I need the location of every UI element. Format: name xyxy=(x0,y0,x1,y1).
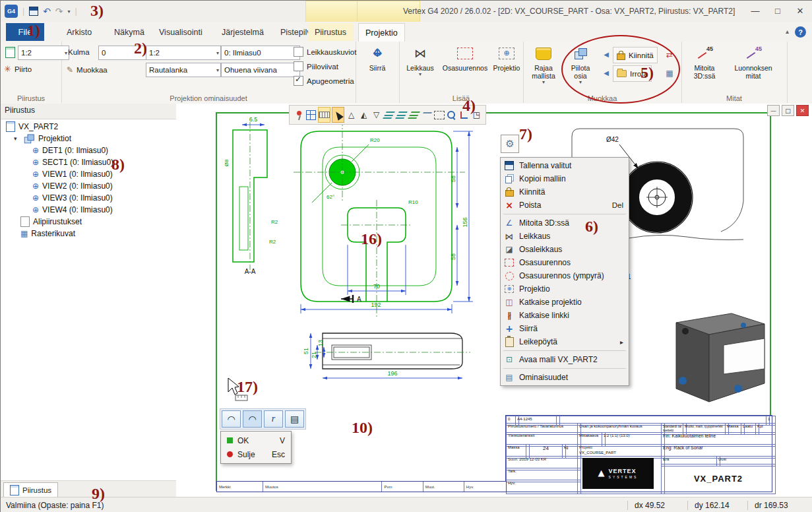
redo-icon[interactable]: ↷ xyxy=(55,7,63,16)
tree-item-sect1[interactable]: ⊕ SECT1 (0: Ilmiasu0) xyxy=(3,156,175,168)
menu-item-mitoita-3d[interactable]: ∠ Mitoita 3D:ssä xyxy=(501,216,629,230)
tree-item-view3[interactable]: ⊕ VIEW3 (0: Ilmiasu0) xyxy=(3,192,175,204)
projektio-button[interactable]: Projektio xyxy=(491,43,522,72)
menu-item-projektio[interactable]: Projektio xyxy=(501,282,629,296)
view-3d[interactable] xyxy=(676,313,765,402)
tree-item-projektiot[interactable]: ▾ Projektiot xyxy=(3,133,175,144)
tree-label: Rasterikuvat xyxy=(31,229,75,238)
dropdown-chevron-icon[interactable]: ▾ xyxy=(419,72,422,77)
esitystapa-combo[interactable]: Rautalanka xyxy=(146,63,221,77)
side-view[interactable]: 51 21 13 196 xyxy=(303,333,470,378)
tab-jarjestelma[interactable]: Järjestelmä xyxy=(215,23,270,41)
tab-visualisointi[interactable]: Visualisointi xyxy=(152,23,209,41)
tab-nakyma[interactable]: Näkymä xyxy=(108,23,151,41)
level-planes-icon[interactable] xyxy=(383,108,394,122)
ilmiasu-combo[interactable]: 0: Ilmiasu0 xyxy=(221,46,300,60)
tab-piirustus[interactable]: Piirustus xyxy=(308,23,353,41)
tab-arkisto[interactable]: Arkisto xyxy=(60,23,98,41)
leikkaus-button[interactable]: ⋈ Leikkaus ▾ xyxy=(402,43,439,77)
menu-item-ominaisuudet[interactable]: ▤ Ominaisuudet xyxy=(501,371,629,384)
menu-item-osasuurennos-ympyra[interactable]: Osasuurennos (ympyrä) xyxy=(501,269,629,282)
save-icon[interactable] xyxy=(29,7,38,16)
dim-21: 21 xyxy=(311,352,317,358)
filter-icon[interactable]: ▽ xyxy=(371,108,382,122)
menu-item-tallenna-valitut[interactable]: Tallenna valitut xyxy=(501,159,629,172)
marquee-select-icon[interactable] xyxy=(433,108,445,122)
mdi-restore-button[interactable]: □ xyxy=(782,105,794,116)
menu-item-katkaise-projektio[interactable]: ◫ Katkaise projektio xyxy=(501,296,629,309)
menu-item-kiinnita[interactable]: Kiinnitä xyxy=(501,185,629,199)
muokkaa-button[interactable]: ✎ Muokkaa xyxy=(67,65,108,75)
mdi-minimize-button[interactable]: — xyxy=(767,105,780,116)
projection-scale-combo[interactable]: 1:2 xyxy=(146,46,221,60)
menu-item-siirra[interactable]: + Siirrä xyxy=(501,322,629,335)
level-planes-green-icon[interactable] xyxy=(408,108,420,122)
annotation-5: 5) xyxy=(640,65,654,80)
section-view-a-a[interactable]: 6.5 Ø8 R2 R2 A-A xyxy=(224,116,278,275)
level-line-icon[interactable] xyxy=(421,108,432,122)
menu-item-kopioi-malliin[interactable]: Kopioi malliin xyxy=(501,172,629,185)
rajaa-mallista-button[interactable]: Rajaa mallista ▾ xyxy=(524,43,563,85)
maximize-button[interactable]: □ xyxy=(766,1,789,20)
piirto-button[interactable]: ✳ Piirto xyxy=(4,64,32,74)
measure-ruler-icon[interactable] xyxy=(318,107,330,123)
menu-item-katkaise-linkki[interactable]: ∦ Katkaise linkki xyxy=(501,309,629,322)
menu-item-poista[interactable]: × Poista Del xyxy=(501,199,629,212)
radius-tool-button[interactable]: r xyxy=(264,410,283,428)
tree-item-view1[interactable]: ⊕ VIEW1 (0: Ilmiasu0) xyxy=(3,168,175,180)
checkbox-apugeometria[interactable]: Apugeometria xyxy=(294,76,354,86)
zoom-icon[interactable] xyxy=(446,108,457,122)
checkbox-piiloviivat[interactable]: Piiloviivat xyxy=(294,61,338,71)
group-label: Projektion ominaisuudet xyxy=(61,94,356,102)
pan-view-icon[interactable] xyxy=(305,108,317,122)
ribbon-collapse-icon[interactable]: ▴ xyxy=(786,28,789,35)
pin-icon[interactable] xyxy=(293,108,304,122)
projection-icon: ⊕ xyxy=(32,158,39,167)
luonnoksen-mitat-button[interactable]: 45 Luonnoksen mitat xyxy=(729,43,778,80)
gear-icon[interactable]: ⚙ xyxy=(501,135,519,153)
tool-properties-icon[interactable]: ▤ xyxy=(285,410,304,428)
tree-item-vx-part2[interactable]: VX_PART2 xyxy=(3,121,175,133)
tree-item-alipiirustukset[interactable]: Alipiirustukset xyxy=(3,216,175,228)
dropdown-chevron-icon[interactable]: ▾ xyxy=(542,80,545,85)
mdi-close-button[interactable]: ✕ xyxy=(796,105,809,116)
close-row[interactable]: Sulje Esc xyxy=(221,447,291,461)
tree-item-det1[interactable]: ⊕ DET1 (0: Ilmiasu0) xyxy=(3,144,175,156)
checkbox-leikkauskuviot[interactable]: Leikkauskuviot xyxy=(294,47,356,57)
mitoita-3d-button[interactable]: 45 Mitoita 3D:ssä xyxy=(684,43,725,80)
tab-projektio[interactable]: Projektio xyxy=(358,23,405,42)
ribbon-group-mitat: 45 Mitoita 3D:ssä 45 Luonnoksen mitat Mi… xyxy=(681,42,788,103)
checkbox-label: Leikkauskuviot xyxy=(307,48,356,56)
expander-down-icon[interactable]: ▾ xyxy=(14,135,20,142)
menu-item-osasuurennos[interactable]: Osasuurennos xyxy=(501,256,629,269)
level-planes-icon[interactable] xyxy=(396,108,407,122)
menu-item-osaleikkaus[interactable]: ◪ Osaleikkaus xyxy=(501,243,629,256)
drawing-area[interactable]: 6.5 Ø8 R2 R2 A-A R20 R xyxy=(176,104,812,497)
triangle-dashed-icon[interactable]: △ xyxy=(346,108,357,122)
arc-tool-icon[interactable]: ◠ xyxy=(222,410,241,428)
tree-item-view4[interactable]: ⊕ VIEW4 (0: Ilmiasu0) xyxy=(3,204,175,216)
clipboard-icon xyxy=(505,337,514,347)
tree-item-rasterikuvat[interactable]: ▦ Rasterikuvat xyxy=(3,228,175,240)
panel-tab-piirustus[interactable]: Piirustus xyxy=(3,482,58,498)
menu-item-avaa-malli[interactable]: ⊡ Avaa malli VX_PART2 xyxy=(501,353,629,366)
arc-points-tool-icon[interactable]: ◠ xyxy=(243,410,262,428)
app-logo-icon[interactable]: G4 xyxy=(5,5,18,18)
siirra-button[interactable]: ↔↕ Siirrä xyxy=(359,43,395,72)
close-button[interactable]: ✕ xyxy=(789,1,811,20)
tree-item-view2[interactable]: ⊕ VIEW2 (0: Ilmiasu0) xyxy=(3,180,175,192)
menu-item-leikkaus[interactable]: ⋈ Leikkaus xyxy=(501,230,629,243)
annotation-6: 6) xyxy=(585,218,598,234)
ok-row[interactable]: OK V xyxy=(221,433,291,447)
help-button[interactable]: ? xyxy=(795,26,806,38)
main-view[interactable]: R20 R10 62° 156 58 58 70 192 xyxy=(294,119,473,319)
qat-customize-chevron-icon[interactable]: ▾ xyxy=(68,9,71,15)
undo-icon[interactable]: ↶ xyxy=(43,7,51,16)
ribbon-group-projektion-ominaisuudet: Kulma 0 ✎ Muokkaa 1:2 Rautalanka 0: Ilmi… xyxy=(61,42,356,103)
osasuurennos-button[interactable]: Osasuurennos xyxy=(440,43,490,72)
minimize-button[interactable]: — xyxy=(744,1,766,20)
menu-item-leikepoyta[interactable]: Leikepöytä ▸ xyxy=(501,335,629,348)
triangle-solid-icon[interactable]: ◭ xyxy=(358,108,369,122)
viivatyyppi-combo[interactable]: Ohuena viivana xyxy=(221,63,300,77)
select-pointer-icon[interactable] xyxy=(332,107,344,123)
